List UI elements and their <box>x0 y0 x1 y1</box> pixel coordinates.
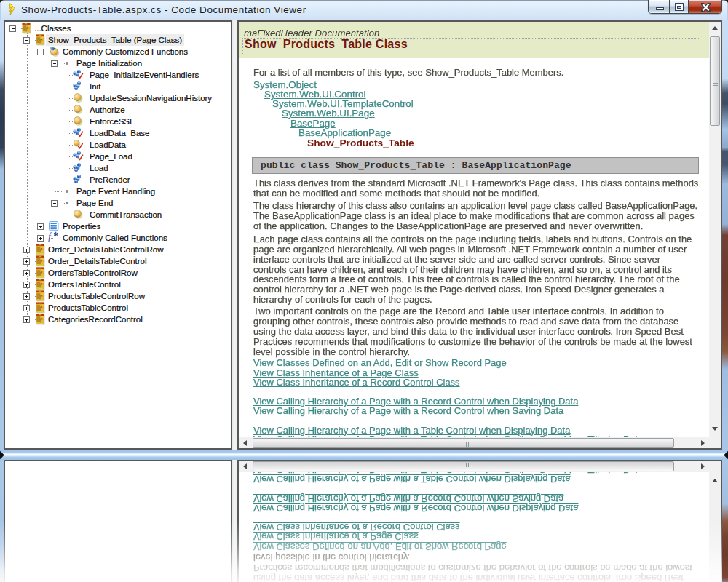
svg-text:f: f <box>48 231 52 242</box>
